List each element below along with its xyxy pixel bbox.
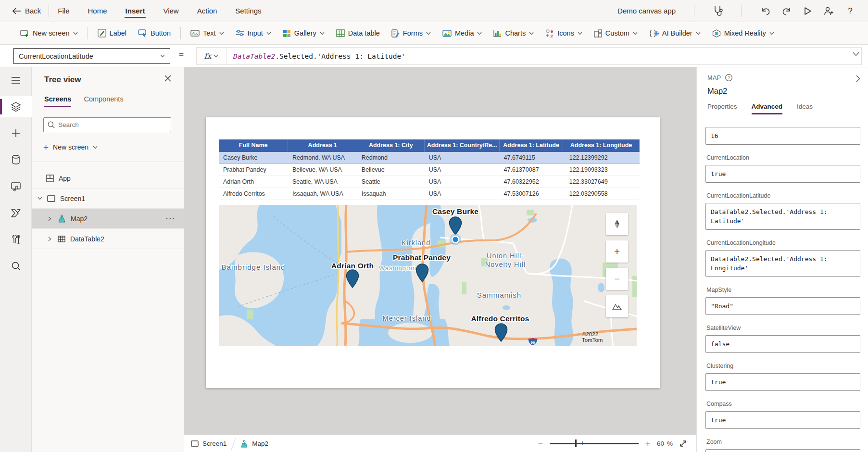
tree-item-screen1[interactable]: Screen1: [32, 188, 184, 209]
ribbon-button[interactable]: Button: [132, 25, 176, 41]
formula-input[interactable]: fx DataTable2.Selected.'Address 1: Latit…: [196, 47, 862, 65]
app-checker-icon[interactable]: [713, 6, 723, 16]
column-header[interactable]: Address 1: [288, 139, 357, 151]
tree-view-icon[interactable]: [0, 96, 32, 117]
insert-plus-icon[interactable]: [0, 123, 32, 144]
tab-components[interactable]: Components: [84, 95, 123, 107]
column-header[interactable]: Address 1: Longitude: [563, 139, 640, 151]
map-pin-alfredo[interactable]: [494, 323, 508, 342]
tab-advanced[interactable]: Advanced: [752, 103, 783, 114]
ribbon-label[interactable]: Label: [92, 25, 132, 41]
tab-ideas[interactable]: Ideas: [797, 103, 813, 114]
breadcrumb-screen1[interactable]: Screen1: [184, 435, 233, 452]
chevron-right-icon[interactable]: [48, 237, 54, 241]
ribbon-ai-builder[interactable]: AI Builder: [643, 25, 706, 41]
ribbon-icons[interactable]: Icons: [540, 25, 588, 41]
property-selector[interactable]: CurrentLocationLatitude: [13, 48, 170, 64]
media-icon[interactable]: [0, 176, 32, 197]
pin-label-alfredo-cerritos: Alfredo Cerritos: [471, 314, 529, 323]
chevron-down-icon[interactable]: [38, 197, 43, 200]
property-field-zoom-value[interactable]: 16: [705, 127, 860, 145]
back-button[interactable]: Back: [13, 7, 41, 15]
data-table-control[interactable]: Full Name Address 1 Address 1: City Addr…: [219, 139, 640, 200]
ribbon-custom[interactable]: Custom: [588, 25, 643, 41]
property-field-currentlocation[interactable]: true: [705, 165, 860, 183]
ribbon-new-screen[interactable]: New screen: [14, 25, 84, 41]
zoom-slider[interactable]: +: [550, 443, 639, 444]
table-row[interactable]: Casey BurkeRedmond, WA USARedmondUSA47.6…: [219, 151, 640, 163]
zoom-out-button[interactable]: −: [538, 439, 543, 449]
panel-collapse-chevron[interactable]: [856, 75, 860, 82]
property-field-currentlocationlongitude[interactable]: DataTable2.Selected.'Address 1: Longitud…: [705, 250, 860, 277]
property-field-currentlocationlatitude[interactable]: DataTable2.Selected.'Address 1: Latitude…: [705, 203, 860, 230]
breadcrumb-map2[interactable]: Map2: [234, 435, 275, 452]
property-label: CurrentLocationLongitude: [706, 239, 860, 246]
screen-icon: [47, 195, 55, 202]
property-field-zoom[interactable]: [705, 449, 860, 452]
fx-button[interactable]: fx: [197, 48, 226, 64]
map-zoom-out-button[interactable]: −: [606, 268, 628, 290]
map-control[interactable]: Bainbridge Island Kirkland Washington Un…: [219, 205, 637, 346]
new-screen-button[interactable]: + New screen: [43, 139, 98, 155]
tree-item-app[interactable]: App: [32, 168, 184, 188]
help-circle-icon[interactable]: ?: [725, 74, 732, 81]
zoom-slider-handle[interactable]: [575, 439, 577, 447]
help-icon[interactable]: ?: [845, 6, 855, 16]
property-field-satelliteview[interactable]: false: [705, 335, 860, 353]
close-icon[interactable]: [164, 75, 173, 84]
table-row[interactable]: Prabhat PandeyBellevue, WA USABellevueUS…: [219, 163, 640, 176]
advanced-tools-icon[interactable]: [0, 229, 32, 250]
ribbon-forms[interactable]: Forms: [386, 25, 437, 41]
share-icon[interactable]: [824, 6, 834, 16]
search-input[interactable]: [58, 121, 154, 128]
property-field-clustering[interactable]: true: [705, 373, 860, 391]
ribbon-media[interactable]: Media: [437, 25, 488, 41]
ribbon-gallery[interactable]: Gallery: [277, 25, 330, 41]
tree-view-panel: Tree view Screens Components + New scree…: [32, 67, 184, 452]
undo-icon[interactable]: [760, 6, 771, 16]
column-header[interactable]: Address 1: City: [357, 139, 425, 151]
app-screen-canvas[interactable]: Full Name Address 1 Address 1: City Addr…: [206, 117, 660, 388]
map-compass-button[interactable]: [606, 213, 628, 235]
tree-item-map2[interactable]: Map2 ···: [32, 209, 184, 229]
map-pin-prabhat[interactable]: [415, 264, 429, 283]
property-field-compass[interactable]: true: [705, 411, 860, 429]
map-style-button[interactable]: [606, 295, 628, 317]
table-row[interactable]: Alfredo CerritosIssaquah, WA USAIssaquah…: [219, 188, 640, 200]
menu-settings[interactable]: Settings: [234, 1, 262, 20]
map-pin-adrian[interactable]: [346, 269, 359, 289]
column-header[interactable]: Full Name: [219, 139, 288, 151]
search-icon[interactable]: [0, 255, 32, 276]
redo-icon[interactable]: [781, 6, 792, 16]
table-row[interactable]: Adrian OrthSeattle, WA USASeattleUSA47.6…: [219, 176, 640, 188]
menu-file[interactable]: File: [57, 1, 70, 20]
chevron-right-icon[interactable]: [48, 216, 54, 221]
menu-view[interactable]: View: [162, 1, 179, 20]
menu-home[interactable]: Home: [87, 1, 108, 20]
formula-text[interactable]: DataTable2.Selected.'Address 1: Latitude…: [226, 48, 405, 64]
menu-insert[interactable]: Insert: [125, 1, 146, 20]
menu-action[interactable]: Action: [196, 1, 218, 20]
ribbon-mixed-reality[interactable]: Mixed Reality: [706, 25, 780, 41]
column-header[interactable]: Address 1: Latitude: [500, 139, 563, 151]
hamburger-menu-icon[interactable]: [0, 70, 32, 91]
column-header[interactable]: Address 1: Country/Re...: [425, 139, 500, 151]
more-options-ellipsis[interactable]: ···: [166, 215, 176, 223]
tab-screens[interactable]: Screens: [44, 95, 71, 107]
ribbon-text[interactable]: Abc Text: [185, 25, 230, 41]
formula-bar-collapse-chevron[interactable]: [853, 52, 859, 56]
zoom-in-button[interactable]: +: [645, 439, 650, 449]
map-label-mercer-island: Mercer Island: [383, 314, 431, 322]
power-automate-icon[interactable]: [0, 202, 32, 224]
tree-item-datatable2[interactable]: DataTable2: [32, 229, 184, 249]
ribbon-charts[interactable]: Charts: [488, 25, 540, 41]
ribbon-input[interactable]: Input: [230, 25, 277, 41]
tab-properties[interactable]: Properties: [707, 103, 737, 114]
play-preview-icon[interactable]: [803, 6, 813, 16]
property-field-mapstyle[interactable]: "Road": [705, 297, 860, 315]
fit-to-window-icon[interactable]: [679, 440, 687, 447]
map-zoom-in-button[interactable]: +: [606, 240, 628, 263]
tree-search-box[interactable]: [43, 117, 171, 132]
ribbon-data-table[interactable]: Data table: [330, 25, 386, 41]
data-sources-icon[interactable]: [0, 149, 32, 170]
